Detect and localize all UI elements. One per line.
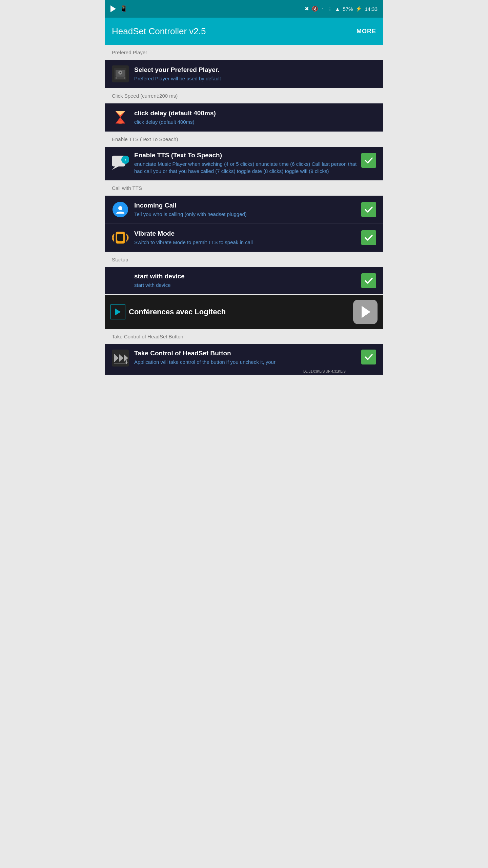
svg-point-12 (118, 206, 122, 210)
svg-rect-18 (114, 354, 115, 362)
start-with-device-checkbox[interactable] (361, 273, 376, 288)
svg-point-3 (120, 72, 121, 73)
vibrate-mode-content: Vibrate Mode Switch to vibrate Mode to p… (134, 230, 361, 246)
click-delay-item[interactable]: click delay (default 400ms) click delay … (105, 103, 383, 132)
ad-play-button[interactable] (353, 300, 378, 324)
tts-subtitle: enunciate Music Player when switching (4… (134, 160, 361, 175)
mute-icon: 🔇 (312, 6, 318, 12)
tts-content: Enable TTS (Text To Speach) enunciate Mu… (134, 152, 361, 175)
take-control-item[interactable]: Take Control of HeadSet Button Applicati… (105, 344, 383, 375)
incoming-call-item[interactable]: Incoming Call Tell you who is calling (o… (105, 196, 383, 224)
preferred-player-title: Select your Prefered Player. (134, 66, 376, 74)
status-bar-right: ✖ 🔇 ∸ ⋮ ▲ 57% ⚡ 14:33 (305, 6, 378, 12)
start-with-device-title: start with device (134, 273, 361, 280)
svg-rect-15 (118, 241, 122, 242)
vibrate-icon (112, 229, 129, 246)
take-control-checkbox[interactable] (361, 350, 376, 364)
start-with-device-content: start with device start with device (134, 273, 361, 289)
take-control-content: Take Control of HeadSet Button Applicati… (134, 350, 361, 366)
click-delay-content: click delay (default 400ms) click delay … (134, 110, 376, 125)
ad-logo (110, 304, 125, 319)
incoming-call-title: Incoming Call (134, 202, 361, 209)
ad-content: Conférences avec Logitech (129, 308, 353, 316)
status-bar: 📱 ✖ 🔇 ∸ ⋮ ▲ 57% ⚡ 14:33 (105, 0, 383, 18)
section-click-speed: Click Speed (current:200 ms) (105, 88, 383, 103)
take-control-title: Take Control of HeadSet Button (134, 350, 361, 357)
notification-icon: 📱 (120, 5, 127, 13)
play-icon (110, 5, 116, 12)
section-call-tts: Call with TTS (105, 180, 383, 196)
ad-logo-icon (115, 309, 121, 315)
click-delay-subtitle: click delay (default 400ms) (134, 118, 376, 125)
start-with-device-item[interactable]: start with device start with device (105, 267, 383, 294)
vibrate-mode-checkbox[interactable] (361, 230, 376, 245)
section-preferred-player: Prefered Player (105, 45, 383, 60)
app-title: HeadSet Controller v2.5 (112, 26, 206, 37)
wifi-icon: ⋮ (327, 6, 332, 12)
click-delay-title: click delay (default 400ms) (134, 110, 376, 117)
bluetooth-icon: ✖ (305, 6, 309, 12)
tts-checkbox[interactable] (361, 153, 376, 168)
preferred-player-content: Select your Prefered Player. Prefered Pl… (134, 66, 376, 82)
incoming-call-content: Incoming Call Tell you who is calling (o… (134, 202, 361, 218)
network-stats: DL:31,03KB/S UP:4,31KB/S (303, 370, 346, 373)
take-control-icon (112, 350, 129, 367)
section-take-control: Take Control of HeadSet Button (105, 329, 383, 344)
hourglass-icon (112, 109, 129, 126)
svg-rect-23 (126, 360, 127, 364)
preferred-player-subtitle: Prefered Player will be used by default (134, 75, 376, 82)
take-control-subtitle: Application will take control of the but… (134, 358, 361, 366)
status-bar-left: 📱 (110, 5, 127, 13)
vibrate-mode-subtitle: Switch to vibrate Mode to permit TTS to … (134, 239, 361, 246)
tts-title: Enable TTS (Text To Speach) (134, 152, 361, 159)
svg-rect-14 (117, 234, 123, 241)
svg-point-5 (116, 77, 117, 79)
ad-title: Conférences avec Logitech (129, 308, 353, 316)
svg-marker-9 (112, 166, 119, 170)
svg-text:♪: ♪ (124, 157, 127, 162)
ad-play-arrow-icon (362, 306, 370, 318)
battery-icon: ⚡ (355, 6, 362, 12)
ad-banner[interactable]: Conférences avec Logitech (105, 295, 383, 329)
incoming-call-subtitle: Tell you who is calling (only with heads… (134, 211, 361, 218)
section-startup: Startup (105, 252, 383, 267)
tts-icon: ♪ (112, 153, 129, 170)
start-with-device-subtitle: start with device (134, 281, 361, 289)
preferred-player-item[interactable]: Select your Prefered Player. Prefered Pl… (105, 60, 383, 88)
tts-item[interactable]: ♪ Enable TTS (Text To Speach) enunciate … (105, 147, 383, 180)
battery-percent: 57% (343, 6, 353, 12)
incoming-call-checkbox[interactable] (361, 202, 376, 217)
vibrate-mode-item[interactable]: Vibrate Mode Switch to vibrate Mode to p… (105, 224, 383, 252)
svg-point-6 (124, 77, 125, 79)
signal-icon: ▲ (335, 6, 340, 12)
toolbar: HeadSet Controller v2.5 MORE (105, 18, 383, 45)
section-tts: Enable TTS (Text To Speach) (105, 132, 383, 147)
more-button[interactable]: MORE (357, 28, 376, 35)
vibrate-status-icon: ∸ (321, 6, 325, 12)
player-icon (112, 65, 129, 82)
svg-rect-21 (114, 363, 127, 364)
time: 14:33 (365, 6, 378, 12)
vibrate-mode-title: Vibrate Mode (134, 230, 361, 237)
contact-icon (112, 201, 129, 218)
svg-point-7 (117, 121, 124, 124)
